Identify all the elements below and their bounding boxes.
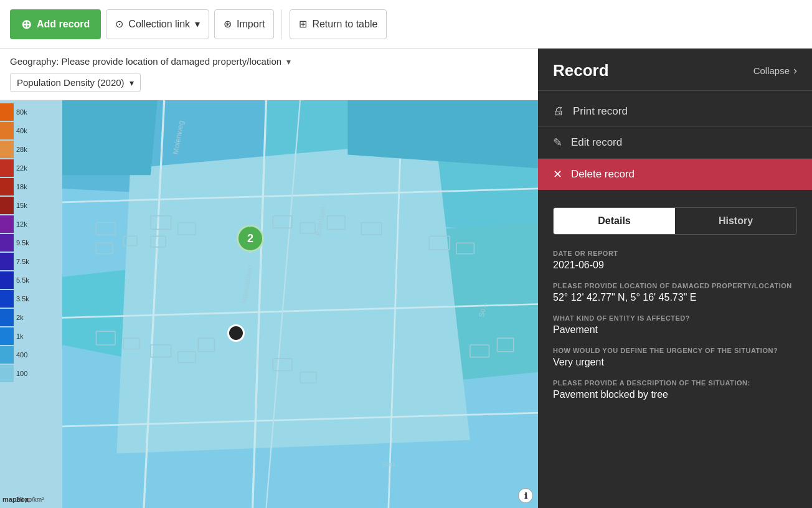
urgency-field: HOW WOULD YOU DEFINE THE URGENCY OF THE … xyxy=(553,347,797,368)
legend-item: 2k xyxy=(0,308,62,327)
geography-selector[interactable]: Geography: Please provide location of da… xyxy=(10,56,528,67)
location-value: 52° 12' 42.77" N, 5° 16' 45.73" E xyxy=(553,292,797,303)
info-button[interactable]: ℹ xyxy=(518,488,533,503)
legend-item: 3.5k xyxy=(0,289,62,308)
record-actions: 🖨 Print record ✎ Edit record ✕ Delete re… xyxy=(538,91,812,195)
add-record-button[interactable]: ⊕ Add record xyxy=(10,9,101,39)
svg-text:Sop...: Sop... xyxy=(381,459,401,469)
collapse-button[interactable]: Collapse › xyxy=(753,64,797,77)
chevron-right-icon: › xyxy=(793,64,797,77)
delete-record-button[interactable]: ✕ Delete record xyxy=(538,159,812,190)
divider xyxy=(281,9,282,39)
return-to-table-button[interactable]: ⊞ Return to table xyxy=(290,9,387,39)
description-field: PLEASE PROVIDE A DESCRIPTION OF THE SITU… xyxy=(553,379,797,400)
import-button[interactable]: ⊛ Import xyxy=(214,9,274,39)
chevron-down-icon: ▾ xyxy=(195,18,200,30)
urgency-label: HOW WOULD YOU DEFINE THE URGENCY OF THE … xyxy=(553,347,797,354)
map-area[interactable]: 80k 40k 28k 22k xyxy=(0,100,538,508)
return-icon: ⊞ xyxy=(299,18,307,30)
right-panel: Record Collapse › 🖨 Print record ✎ Edit … xyxy=(538,49,812,508)
left-panel: Geography: Please provide location of da… xyxy=(0,49,538,508)
location-field: PLEASE PROVIDE LOCATION OF DAMAGED PROPE… xyxy=(553,282,797,303)
print-record-button[interactable]: 🖨 Print record xyxy=(538,96,812,127)
edit-record-button[interactable]: ✎ Edit record xyxy=(538,127,812,159)
import-icon: ⊛ xyxy=(224,18,232,30)
map-tiles: Molenweg Nassaulaan Bathlaan So... Sop..… xyxy=(62,100,538,508)
entity-label: WHAT KIND OF ENTITY IS AFFECTED? xyxy=(553,314,797,322)
legend-item: 80k xyxy=(0,103,62,121)
record-title: Record xyxy=(553,61,609,80)
add-icon: ⊕ xyxy=(21,17,32,32)
cluster-marker[interactable]: 2 xyxy=(237,225,264,252)
map-legend: 80k 40k 28k 22k xyxy=(0,100,62,508)
record-header: Record Collapse › xyxy=(538,49,812,91)
chevron-down-icon: ▾ xyxy=(130,78,134,88)
details-section: DATE OR REPORT 2021-06-09 PLEASE PROVIDE… xyxy=(538,245,812,426)
main-content: Geography: Please provide location of da… xyxy=(0,49,812,508)
print-icon: 🖨 xyxy=(553,105,564,118)
mapbox-logo: mapbox xyxy=(2,496,29,503)
edit-icon: ✎ xyxy=(553,136,562,149)
tabs-container: Details History xyxy=(553,207,797,235)
legend-item: 15k xyxy=(0,196,62,215)
legend-item: 28k xyxy=(0,140,62,159)
legend-item: 22k xyxy=(0,159,62,177)
legend-item: 9.5k xyxy=(0,233,62,252)
legend-item: 7.5k xyxy=(0,252,62,271)
single-marker[interactable] xyxy=(227,324,245,342)
entity-field: WHAT KIND OF ENTITY IS AFFECTED? Pavemen… xyxy=(553,314,797,336)
delete-icon: ✕ xyxy=(553,167,562,181)
layer-selector[interactable]: Population Density (2020) ▾ xyxy=(10,73,141,92)
legend-item: 12k xyxy=(0,215,62,233)
legend-item: 1k xyxy=(0,327,62,346)
tab-details[interactable]: Details xyxy=(554,208,675,234)
map-background: 80k 40k 28k 22k xyxy=(0,100,538,508)
legend-item: 40k xyxy=(0,121,62,140)
map-controls: Geography: Please provide location of da… xyxy=(0,49,538,100)
legend-item: 18k xyxy=(0,177,62,196)
chevron-down-icon: ▾ xyxy=(286,57,291,67)
svg-marker-39 xyxy=(62,100,158,175)
date-label: DATE OR REPORT xyxy=(553,250,797,257)
description-value: Pavement blocked by tree xyxy=(553,389,797,400)
collection-link-icon: ⊙ xyxy=(115,18,123,30)
legend-item: 100 xyxy=(0,364,62,383)
top-bar: ⊕ Add record ⊙ Collection link ▾ ⊛ Impor… xyxy=(0,0,812,49)
legend-item: 5.5k xyxy=(0,271,62,289)
entity-value: Pavement xyxy=(553,324,797,336)
legend-item: 400 xyxy=(0,346,62,364)
urgency-value: Very urgent xyxy=(553,357,797,368)
description-label: PLEASE PROVIDE A DESCRIPTION OF THE SITU… xyxy=(553,379,797,387)
location-label: PLEASE PROVIDE LOCATION OF DAMAGED PROPE… xyxy=(553,282,797,289)
collection-link-button[interactable]: ⊙ Collection link ▾ xyxy=(106,9,209,39)
date-field: DATE OR REPORT 2021-06-09 xyxy=(553,250,797,271)
date-value: 2021-06-09 xyxy=(553,260,797,271)
tab-history[interactable]: History xyxy=(675,208,796,234)
